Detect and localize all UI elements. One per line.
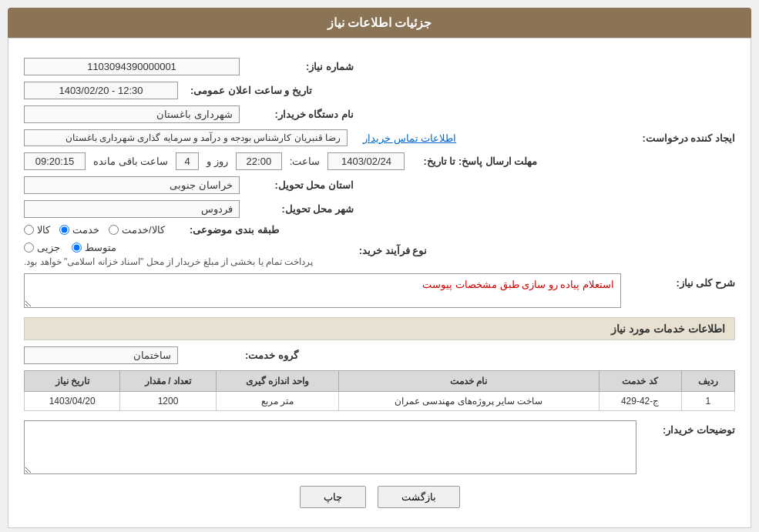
- page-header: جزئیات اطلاعات نیاز: [8, 8, 751, 38]
- col-row: ردیف: [681, 371, 734, 392]
- category-option-kala: کالا: [24, 224, 50, 236]
- services-section-label: اطلاعات خدمات مورد نیاز: [611, 323, 725, 335]
- need-number-label: شماره نیاز:: [246, 61, 354, 72]
- cell-row: 1: [681, 392, 734, 411]
- table-header-row: ردیف کد خدمت نام خدمت واحد اندازه گیری ت…: [25, 371, 735, 392]
- purchase-option-jozi: جزیی: [24, 242, 60, 253]
- deadline-remaining: 09:20:15: [24, 152, 86, 170]
- col-quantity: تعداد / مقدار: [120, 371, 216, 392]
- deadline-date: 1403/02/24: [327, 152, 405, 170]
- category-radio-kala-khedmat[interactable]: [109, 225, 119, 235]
- services-table: ردیف کد خدمت نام خدمت واحد اندازه گیری ت…: [24, 370, 735, 411]
- announce-label: تاریخ و ساعت اعلان عمومی:: [190, 85, 312, 96]
- purchase-mutawasit-label: متوسط: [85, 242, 116, 253]
- page-title: جزئیات اطلاعات نیاز: [327, 16, 432, 29]
- cell-unit: متر مربع: [216, 392, 338, 411]
- buyer-org-row: نام دستگاه خریدار: شهرداری باغستان: [24, 105, 735, 123]
- need-description-row: شرح کلی نیاز:: [24, 273, 735, 308]
- category-radio-khedmat[interactable]: [59, 225, 69, 235]
- service-group-row: گروه خدمت: ساختمان: [24, 346, 735, 364]
- category-kala-label: کالا: [37, 224, 50, 236]
- contact-link[interactable]: اطلاعات تماس خریدار: [363, 132, 456, 144]
- announce-row: تاریخ و ساعت اعلان عمومی: 1403/02/20 - 1…: [24, 82, 735, 99]
- need-number-row: شماره نیاز: 1103094390000001: [24, 58, 735, 75]
- print-button[interactable]: چاپ: [300, 486, 366, 508]
- buyer-notes-label: توضیحات خریدار:: [643, 420, 735, 436]
- province-row: استان محل تحویل: خراسان جنوبی: [24, 176, 735, 194]
- announce-value: 1403/02/20 - 12:30: [24, 82, 178, 99]
- city-value: فردوس: [24, 200, 240, 218]
- col-date: تاریخ نیاز: [25, 371, 120, 392]
- col-unit: واحد اندازه گیری: [216, 371, 338, 392]
- purchase-radios: متوسط جزیی: [24, 242, 116, 253]
- deadline-label: مهلت ارسال پاسخ: تا تاریخ:: [414, 156, 537, 167]
- category-option-khedmat: خدمت: [59, 224, 99, 236]
- requester-label: ایجاد کننده درخواست:: [627, 132, 735, 144]
- cell-quantity: 1200: [120, 392, 216, 411]
- purchase-note: پرداخت تمام یا بخشی از مبلغ خریدار از مح…: [24, 256, 313, 267]
- service-group-label: گروه خدمت:: [190, 350, 298, 361]
- need-description-input[interactable]: [24, 273, 621, 308]
- buyer-org-label: نام دستگاه خریدار:: [246, 109, 354, 120]
- city-row: شهر محل تحویل: فردوس: [24, 200, 735, 218]
- deadline-row: مهلت ارسال پاسخ: تا تاریخ: 1403/02/24 سا…: [24, 152, 735, 170]
- purchase-radio-jozi[interactable]: [24, 243, 34, 253]
- need-description-label: شرح کلی نیاز:: [627, 273, 735, 289]
- buyer-notes-section: توضیحات خریدار:: [24, 420, 735, 474]
- deadline-days: 4: [176, 152, 199, 170]
- purchase-type-row: نوع فرآیند خرید: متوسط جزیی پرداخت تمام …: [24, 242, 735, 267]
- purchase-radio-mutawasit[interactable]: [72, 243, 82, 253]
- deadline-time: 22:00: [236, 152, 282, 170]
- requester-row: ایجاد کننده درخواست: اطلاعات تماس خریدار…: [24, 129, 735, 146]
- buttons-row: بازگشت چاپ: [24, 486, 735, 516]
- category-radio-kala[interactable]: [24, 225, 34, 235]
- purchase-type-label: نوع فرآیند خرید:: [319, 242, 427, 256]
- col-name: نام خدمت: [338, 371, 599, 392]
- cell-code: ج-42-429: [599, 392, 681, 411]
- deadline-time-label: ساعت:: [290, 156, 321, 167]
- category-option-kala-khedmat: کالا/خدمت: [109, 224, 165, 236]
- service-group-value: ساختمان: [24, 346, 178, 364]
- category-label: طبقه بندی موضوعی:: [171, 224, 279, 236]
- category-row: طبقه بندی موضوعی: کالا/خدمت خدمت کالا: [24, 224, 735, 236]
- col-code: کد خدمت: [599, 371, 681, 392]
- cell-name: ساخت سایر پروژه‌های مهندسی عمران: [338, 392, 599, 411]
- purchase-type-content: متوسط جزیی پرداخت تمام یا بخشی از مبلغ خ…: [24, 242, 313, 267]
- buyer-notes-input[interactable]: [24, 420, 636, 474]
- category-khedmat-label: خدمت: [72, 224, 99, 236]
- province-label: استان محل تحویل:: [246, 179, 354, 191]
- purchase-option-mutawasit: متوسط: [72, 242, 116, 253]
- services-section-header: اطلاعات خدمات مورد نیاز: [24, 317, 735, 340]
- deadline-remaining-text: ساعت باقی مانده: [93, 156, 168, 167]
- category-radio-group: کالا/خدمت خدمت کالا: [24, 224, 165, 236]
- cell-date: 1403/04/20: [25, 392, 120, 411]
- province-value: خراسان جنوبی: [24, 176, 240, 194]
- table-row: 1 ج-42-429 ساخت سایر پروژه‌های مهندسی عم…: [25, 392, 735, 411]
- purchase-jozi-label: جزیی: [37, 242, 60, 253]
- deadline-days-label: روز و: [207, 156, 228, 167]
- city-label: شهر محل تحویل:: [246, 203, 354, 215]
- back-button[interactable]: بازگشت: [378, 486, 460, 508]
- buyer-org-value: شهرداری باغستان: [24, 105, 240, 123]
- need-number-value: 1103094390000001: [24, 58, 240, 75]
- requester-value: رضا قنبریان کارشناس بودجه و درآمد و سرما…: [24, 129, 348, 146]
- category-kala-khedmat-label: کالا/خدمت: [122, 224, 165, 236]
